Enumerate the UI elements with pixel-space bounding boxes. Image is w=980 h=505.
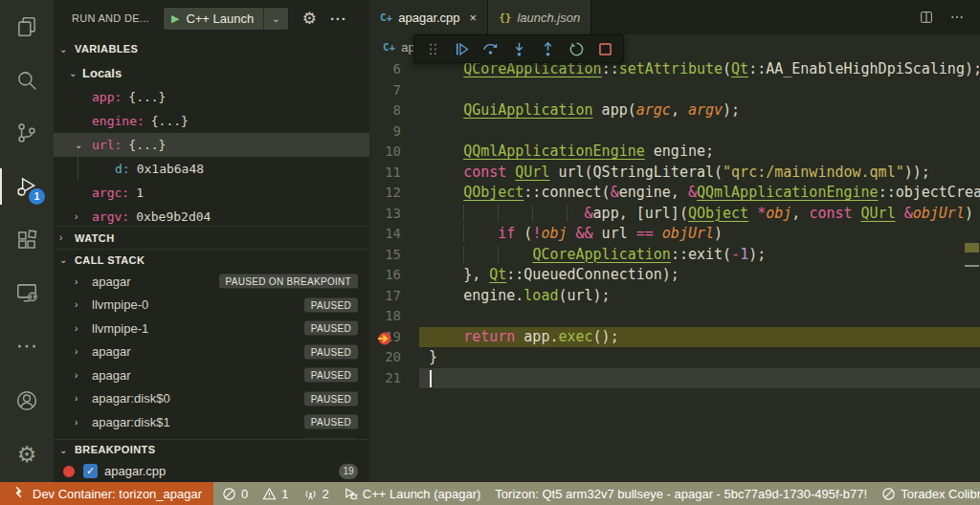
- line-number: 20: [369, 347, 419, 368]
- status-ports[interactable]: 2: [303, 487, 329, 501]
- continue-button[interactable]: [449, 36, 474, 61]
- variable-row[interactable]: engine:{...}: [54, 109, 369, 133]
- code-line-17: 17 engine.load(url);: [369, 286, 980, 307]
- chevron-right-icon: ›: [75, 276, 78, 287]
- call-stack-thread[interactable]: ›apagarPAUSED: [54, 340, 369, 364]
- stop-icon: [596, 40, 614, 58]
- code-line-content: if (!obj && url == objUrl): [419, 224, 980, 245]
- step-out-button[interactable]: [535, 36, 560, 61]
- restart-button[interactable]: [564, 36, 589, 61]
- chevron-right-icon: ›: [59, 232, 75, 243]
- status-errors-label: 0: [241, 487, 248, 501]
- remote-explorer-icon: [14, 280, 39, 305]
- continue-icon: [453, 40, 471, 58]
- code-line-content: const QUrl url(QStringLiteral("qrc:/main…: [419, 163, 980, 184]
- thread-status-badge: PAUSED: [304, 415, 358, 429]
- restart-icon: [568, 40, 586, 58]
- code-line-content: }, Qt::QueuedConnection);: [419, 265, 980, 286]
- activity-item-search[interactable]: [0, 54, 54, 107]
- account-icon: [14, 388, 39, 413]
- code-line-10: 10 QQmlApplicationEngine engine;: [369, 142, 980, 163]
- tab-launch-json[interactable]: {}launch.json: [488, 0, 591, 34]
- step-over-button[interactable]: [478, 36, 502, 61]
- activity-item-source-control[interactable]: [0, 106, 54, 160]
- activity-item-explorer[interactable]: [0, 0, 54, 54]
- activity-item-accounts[interactable]: [0, 373, 54, 428]
- step-over-icon: [481, 40, 500, 58]
- activity-item-run-and-debug[interactable]: 1: [0, 160, 54, 213]
- code-editor[interactable]: 6 QCoreApplication::setAttribute(Qt::AA_…: [369, 59, 980, 482]
- split-editor-icon[interactable]: [919, 10, 934, 25]
- code-line-11: 11 const QUrl url(QStringLiteral("qrc:/m…: [369, 163, 980, 184]
- code-line-13: 13 &app, [url](QObject *obj, const QUrl …: [369, 204, 980, 225]
- status-torizon-target-label: Torizon: Qt5 arm32v7 bullseye - apagar -…: [495, 487, 867, 501]
- thread-name: llvmpipe-1: [92, 321, 148, 336]
- gripper-icon: [424, 40, 442, 58]
- variable-row[interactable]: d:0x1ab6a48: [54, 157, 369, 181]
- call-stack-thread[interactable]: ›apagar:disk$0PAUSED: [54, 387, 369, 411]
- status-warnings[interactable]: 1: [262, 487, 288, 501]
- launch-configuration-label: C++ Launch: [186, 11, 254, 26]
- chevron-right-icon: ›: [75, 370, 78, 381]
- line-number: 15: [369, 245, 419, 266]
- call-stack-section-header[interactable]: ⌄ CALL STACK: [54, 249, 369, 270]
- breakpoint-row[interactable]: ✓apagar.cpp19: [54, 459, 369, 482]
- tab-apagar-cpp[interactable]: C+apagar.cpp×: [369, 0, 488, 34]
- chevron-down-icon[interactable]: ⌄: [263, 8, 287, 30]
- code-line-content: engine.load(url);: [419, 286, 980, 307]
- activity-item-settings[interactable]: ⚙: [0, 428, 54, 482]
- call-stack-thread[interactable]: ›apagarPAUSED: [54, 363, 369, 387]
- code-line-content: QQmlApplicationEngine engine;: [419, 142, 980, 163]
- call-stack-list: ›apagarPAUSED ON BREAKPOINT›llvmpipe-0PA…: [54, 270, 369, 439]
- variables-group-locals[interactable]: ⌄Locals: [54, 61, 369, 85]
- activity-item-extensions[interactable]: [0, 213, 54, 267]
- source-control-icon: [14, 121, 39, 145]
- status-items: 012C++ Launch (apagar)Torizon: Qt5 arm32…: [213, 487, 980, 501]
- code-line-content: QGuiApplication app(argc, argv);: [419, 100, 980, 121]
- breakpoint-arrow-icon[interactable]: [376, 330, 392, 346]
- call-stack-thread[interactable]: ›llvmpipe-1PAUSED: [54, 317, 369, 340]
- code-line-8: 8 QGuiApplication app(argc, argv);: [369, 100, 980, 121]
- code-line-content: [419, 368, 980, 389]
- variables-section-header[interactable]: ⌄ VARIABLES: [54, 36, 369, 61]
- variable-row[interactable]: app:{...}: [54, 85, 369, 109]
- line-number: 6: [369, 59, 419, 80]
- thread-status-badge: PAUSED: [304, 368, 358, 383]
- variables-section-label: VARIABLES: [75, 43, 138, 55]
- breakpoints-section-header[interactable]: ⌄ BREAKPOINTS: [54, 439, 369, 459]
- error-icon: [881, 487, 896, 501]
- locals-label: Locals: [82, 66, 122, 80]
- thread-name: apagar: [92, 274, 130, 289]
- debug-status-icon: [344, 487, 358, 501]
- line-number: 8: [369, 100, 419, 121]
- variable-row[interactable]: ⌄url:{...}: [54, 133, 369, 157]
- gear-icon[interactable]: ⚙: [302, 9, 317, 29]
- call-stack-thread[interactable]: ›apagar:disk$1PAUSED: [54, 410, 369, 434]
- activity-item-more[interactable]: [0, 319, 54, 373]
- breakpoint-checkbox[interactable]: ✓: [83, 464, 98, 478]
- call-stack-thread[interactable]: ›apagarPAUSED ON BREAKPOINT: [54, 270, 369, 294]
- stop-button[interactable]: [592, 36, 617, 61]
- more-actions-icon[interactable]: ···: [330, 11, 347, 27]
- ellipsis-icon[interactable]: [949, 10, 965, 25]
- launch-configuration-dropdown[interactable]: ▶ C++ Launch ⌄: [163, 7, 289, 31]
- step-into-button[interactable]: [506, 36, 531, 61]
- status-toradex-device[interactable]: Toradex Colibr: [881, 487, 980, 501]
- activity-item-remote-explorer[interactable]: [0, 267, 54, 320]
- thread-status-badge: PAUSED: [304, 321, 358, 336]
- remote-indicator[interactable]: Dev Container: torizon_apagar: [0, 482, 213, 505]
- thread-name: apagar:disk$0: [92, 391, 170, 406]
- tab-label: apagar.cpp: [398, 11, 459, 25]
- chevron-right-icon: ›: [75, 417, 78, 428]
- code-line-15: 15 QCoreApplication::exit(-1);: [369, 245, 980, 266]
- status-debug-session[interactable]: C++ Launch (apagar): [344, 487, 481, 501]
- status-errors[interactable]: 0: [222, 487, 248, 501]
- chevron-right-icon: ›: [75, 323, 78, 334]
- watch-section-header[interactable]: › WATCH: [54, 226, 369, 249]
- call-stack-thread[interactable]: ›llvmpipe-0PAUSED: [54, 294, 369, 318]
- thread-name: apagar: [92, 344, 130, 359]
- close-icon[interactable]: ×: [470, 11, 478, 25]
- status-torizon-target[interactable]: Torizon: Qt5 arm32v7 bullseye - apagar -…: [495, 487, 867, 501]
- variable-row[interactable]: argc:1: [54, 181, 369, 205]
- code-line-content: }: [419, 347, 980, 368]
